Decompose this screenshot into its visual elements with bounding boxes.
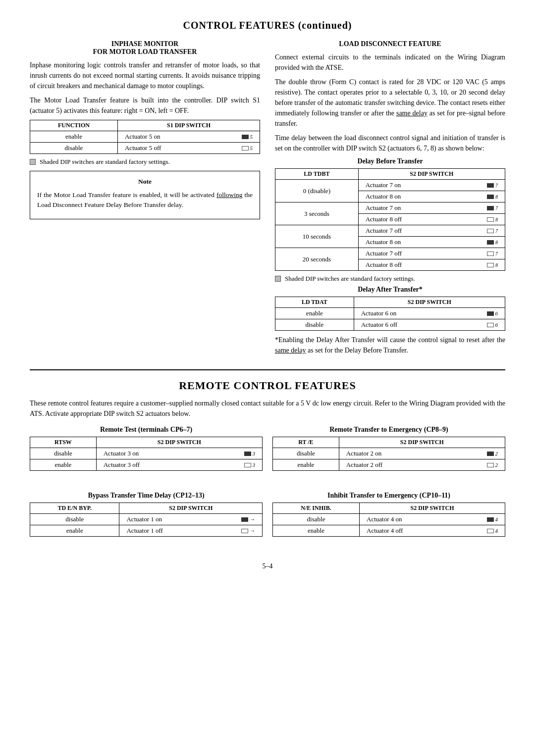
inhibit-subsection: Inhibit Transfer to Emergency (CP10–11) … (272, 492, 505, 541)
inh-disable-dip: Actuator 4 on 4 (360, 514, 505, 525)
delay-before-title: Delay Before Transfer (275, 157, 505, 165)
dat-col1: LD TDAT (275, 297, 354, 308)
rt-enable: enable (30, 459, 97, 471)
remote-test-subsection: Remote Test (terminals CP6–7) RTSW S2 DI… (30, 426, 263, 475)
remote-test-title: Remote Test (terminals CP6–7) (30, 426, 263, 434)
dip-empty-icon (244, 463, 251, 467)
shaded-note-right: Shaded DIP switches are standard factory… (275, 275, 505, 283)
right-para3: Time delay between the load disconnect c… (275, 133, 505, 153)
dip-filled-icon (487, 240, 494, 245)
dbt-10-dip1: Actuator 7 off 7 (358, 225, 505, 237)
dbt-3-label: 3 seconds (275, 202, 359, 225)
table-row: 10 seconds Actuator 7 off 7 (275, 225, 505, 237)
dip-filled-icon (241, 517, 248, 522)
table-row: 0 (disable) Actuator 7 on 7 (275, 180, 505, 191)
dip-filled-icon (487, 311, 494, 316)
rt-col1: RTSW (30, 437, 97, 448)
section-divider (30, 369, 505, 370)
dbt-0-dip: Actuator 7 on 7 (358, 180, 505, 191)
bypass-subsection: Bypass Transfer Time Delay (CP12–13) TD … (30, 492, 263, 541)
right-section-title: LOAD DISCONNECT FEATURE (275, 40, 505, 48)
asterisk-note: *Enabling the Delay After Transfer will … (275, 335, 505, 355)
delay-before-table: LD TDBT S2 DIP Switch 0 (disable) Actuat… (275, 168, 505, 271)
table-row: disable Actuator 2 on 2 (273, 448, 505, 459)
table-row: enable Actuator 6 on 6 (275, 308, 505, 319)
s1-enable-dip: Actuator 5 on 5 (117, 131, 260, 143)
byp-disable: disable (30, 514, 119, 525)
dip-empty-icon (241, 529, 248, 533)
dbt-10-dip2: Actuator 8 on 8 (358, 237, 505, 248)
rte-enable: enable (273, 459, 339, 471)
right-column: LOAD DISCONNECT FEATURE Connect external… (275, 40, 505, 359)
dbt-col1: LD TDBT (275, 169, 359, 180)
left-column: INPHASE MONITOR FOR MOTOR LOAD TRANSFER … (30, 40, 260, 359)
dbt-0-dip2: Actuator 8 on 8 (358, 191, 505, 202)
dip-empty-icon (487, 529, 494, 533)
dat-enable-dip: Actuator 6 on 6 (354, 308, 505, 319)
right-para1: Connect external circuits to the termina… (275, 52, 505, 73)
table-row: enable Actuator 3 off 3 (30, 459, 263, 471)
table-row: disable Actuator 5 off 5 (30, 143, 260, 154)
dat-col2: S2 DIP Switch (354, 297, 505, 308)
rte-col1: RT /E (273, 437, 339, 448)
table-row: 20 seconds Actuator 7 off 7 (275, 248, 505, 259)
table-row: enable Actuator 2 off 2 (273, 459, 505, 471)
byp-col2: S2 DIP Switch (119, 503, 263, 514)
s1-dip-table: Function S1 DIP Switch enable Actuator 5… (30, 120, 260, 154)
s1-col-function: Function (30, 120, 118, 131)
page-title: CONTROL FEATURES (continued) (30, 20, 505, 31)
dip-filled-icon (244, 452, 251, 456)
dip-empty-icon (242, 146, 249, 151)
dat-disable-label: disable (275, 319, 354, 331)
dip-empty-icon (487, 252, 494, 256)
rte-disable-dip: Actuator 2 on 2 (339, 448, 505, 459)
inh-col1: N/E INHIB. (273, 503, 360, 514)
byp-disable-dip: Actuator 1 on → (119, 514, 263, 525)
table-row: disable Actuator 6 off 6 (275, 319, 505, 331)
table-row: disable Actuator 4 on 4 (273, 514, 505, 525)
dip-empty-icon (487, 229, 494, 233)
shade-box-icon (30, 159, 36, 165)
dat-disable-dip: Actuator 6 off 6 (354, 319, 505, 331)
note-text: If the Motor Load Transfer feature is en… (37, 190, 253, 210)
remote-subsections: Remote Test (terminals CP6–7) RTSW S2 DI… (30, 426, 505, 548)
rte-enable-dip: Actuator 2 off 2 (339, 459, 505, 471)
dbt-10-label: 10 seconds (275, 225, 359, 248)
remote-intro: These remote control features require a … (30, 398, 505, 419)
right-para2: The double throw (Form C) contact is rat… (275, 77, 505, 129)
note-underline: following (216, 191, 243, 199)
delay-after-table: LD TDAT S2 DIP Switch enable Actuator 6 … (275, 297, 505, 331)
inh-enable: enable (273, 525, 360, 537)
dat-enable-label: enable (275, 308, 354, 319)
table-row: disable Actuator 3 on 3 (30, 448, 263, 459)
rte-col2: S2 DIP Switch (339, 437, 505, 448)
table-row: 3 seconds Actuator 7 on 7 (275, 202, 505, 214)
remote-section-title: REMOTE CONTROL FEATURES (30, 379, 505, 392)
delay-after-title: Delay After Transfer* (275, 286, 505, 294)
table-row: enable Actuator 5 on 5 (30, 131, 260, 143)
dbt-col2: S2 DIP Switch (358, 169, 505, 180)
byp-enable: enable (30, 525, 119, 537)
table-row: enable Actuator 1 off → (30, 525, 263, 537)
dbt-3-dip1: Actuator 7 on 7 (358, 202, 505, 214)
left-para1: Inphase monitoring logic controls transf… (30, 60, 260, 91)
dbt-3-dip2: Actuator 8 off 8 (358, 214, 505, 225)
dip-empty-icon (487, 217, 494, 222)
dbt-20-label: 20 seconds (275, 248, 359, 271)
dip-empty-icon (487, 463, 494, 467)
dip-filled-icon (487, 452, 494, 456)
s1-enable-label: enable (30, 131, 118, 143)
byp-col1: TD E/N BYP. (30, 503, 119, 514)
remote-emergency-title: Remote Transfer to Emergency (CP8–9) (272, 426, 505, 434)
rt-enable-dip: Actuator 3 off 3 (96, 459, 262, 471)
same-delay-underline1: same delay (396, 109, 428, 117)
note-title: Note (37, 176, 253, 187)
dbt-0-label: 0 (disable) (275, 180, 359, 202)
rt-disable-dip: Actuator 3 on 3 (96, 448, 262, 459)
dip-filled-icon (487, 183, 494, 188)
bypass-title: Bypass Transfer Time Delay (CP12–13) (30, 492, 263, 500)
note-box: Note If the Motor Load Transfer feature … (30, 171, 260, 219)
bypass-table: TD E/N BYP. S2 DIP Switch disable Actuat… (30, 503, 263, 537)
s1-disable-label: disable (30, 143, 118, 154)
dip-filled-icon (487, 195, 494, 199)
